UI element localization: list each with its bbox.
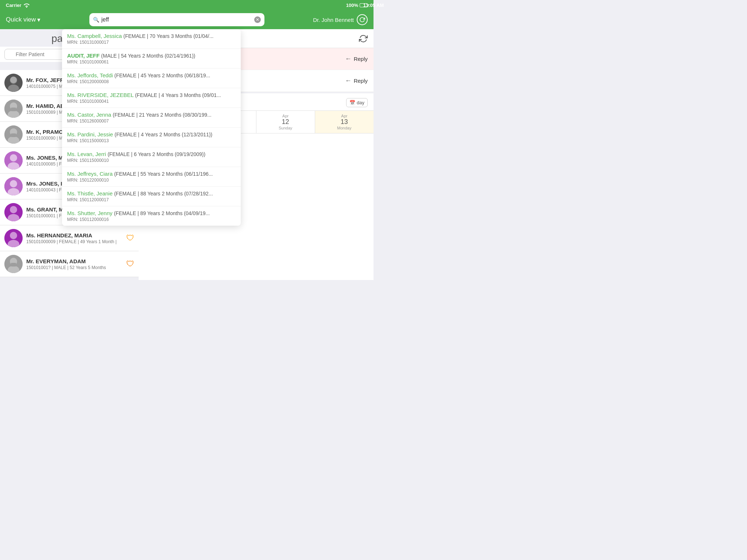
quick-view-label: Quick view: [6, 16, 36, 23]
nav-bar: Quick view ▾ 🔍 ✕ Dr. John Bennett: [0, 10, 374, 29]
day-month-3: Apr: [317, 114, 372, 118]
svg-rect-28: [11, 263, 16, 267]
day-btn-label: day: [357, 100, 364, 105]
dropdown-patient-name: Ms. Campbell, Jessica (FEMALE | 70 Years…: [67, 33, 236, 39]
carrier-label: Carrier: [6, 3, 22, 8]
dropdown-patient-name: Ms. Castor, Jenna (FEMALE | 21 Years 2 M…: [67, 112, 236, 118]
dropdown-mrn: MRN: 150101000061: [67, 59, 236, 65]
avatar: [4, 125, 23, 144]
dropdown-patient-name: AUDIT, JEFF (MALE | 54 Years 2 Months (0…: [67, 52, 236, 59]
avatar: [4, 74, 23, 92]
avatar: [4, 255, 23, 273]
quick-view-button[interactable]: Quick view ▾: [6, 16, 40, 24]
svg-point-17: [10, 180, 17, 187]
svg-rect-8: [11, 108, 16, 111]
patient-details: 150101000009 | FEMALE | 49 Years 1 Month…: [26, 239, 123, 244]
patient-name: Ms. HERNANDEZ, MARIA: [26, 232, 123, 238]
reply-button-2[interactable]: ← Reply: [345, 77, 368, 85]
dropdown-item[interactable]: Ms. Shutter, Jenny (FEMALE | 89 Years 2 …: [62, 206, 241, 226]
dropdown-mrn: MRN: 150120000008: [67, 79, 236, 84]
avatar: [4, 177, 23, 195]
day-view-button[interactable]: 📅 day: [346, 98, 368, 107]
svg-point-14: [10, 154, 17, 162]
search-container: 🔍 ✕: [89, 13, 264, 26]
reply-label-1: Reply: [354, 56, 368, 62]
list-item[interactable]: Ms. HERNANDEZ, MARIA 150101000009 | FEMA…: [0, 225, 139, 251]
status-bar: Carrier 11:05 AM 100%: [0, 0, 374, 10]
shield-icon: 🛡: [126, 259, 134, 269]
dropdown-mrn: MRN: 150122000010: [67, 178, 236, 183]
day-name-3: Monday: [317, 126, 372, 130]
search-input[interactable]: [101, 16, 252, 23]
dropdown-item[interactable]: Ms. Castor, Jenna (FEMALE | 21 Years 2 M…: [62, 108, 241, 128]
day-month-2: Apr: [258, 114, 313, 118]
dropdown-mrn: MRN: 150115000010: [67, 158, 236, 163]
status-bar-right: 100%: [346, 3, 368, 8]
svg-point-23: [10, 232, 17, 239]
dropdown-mrn: MRN: 150112000017: [67, 197, 236, 202]
svg-point-3: [10, 77, 17, 83]
day-num-3: 13: [317, 118, 372, 126]
svg-point-4: [8, 85, 19, 92]
dropdown-mrn: MRN: 150101000041: [67, 99, 236, 104]
reply-arrow-icon-2: ←: [345, 77, 352, 85]
dropdown-item[interactable]: Ms. Thistle, Jeanie (FEMALE | 88 Years 2…: [62, 187, 241, 206]
dropdown-patient-name: Ms. Pardini, Jessie (FEMALE | 4 Years 2 …: [67, 131, 236, 137]
dropdown-mrn: MRN: 150115000013: [67, 138, 236, 143]
dropdown-item[interactable]: Ms. Jeffords, Teddi (FEMALE | 45 Years 2…: [62, 69, 241, 88]
avatar: [4, 203, 23, 221]
messages-refresh-icon[interactable]: [359, 34, 368, 43]
clear-search-button[interactable]: ✕: [254, 16, 261, 23]
dropdown-patient-name: Ms. Jeffords, Teddi (FEMALE | 45 Years 2…: [67, 72, 236, 78]
reply-button-1[interactable]: ← Reply: [345, 55, 368, 63]
reply-arrow-icon: ←: [345, 55, 352, 63]
user-profile[interactable]: Dr. John Bennett: [313, 14, 368, 25]
battery-percent: 100%: [346, 3, 358, 8]
avatar: [4, 151, 23, 170]
list-item[interactable]: Mr. EVERYMAN, ADAM 150101001? | MALE | 5…: [0, 251, 139, 277]
svg-rect-12: [11, 133, 16, 137]
dropdown-item[interactable]: Ms. Jeffreys, Ciara (FEMALE | 55 Years 2…: [62, 167, 241, 187]
user-name-label: Dr. John Bennett: [313, 17, 354, 23]
battery-icon: [360, 3, 368, 7]
dropdown-patient-name: Ms. Shutter, Jenny (FEMALE | 89 Years 2 …: [67, 210, 236, 216]
dropdown-mrn: MRN: 150112000016: [67, 217, 236, 222]
dropdown-mrn: MRN: 150126000007: [67, 118, 236, 124]
avatar: [4, 229, 23, 247]
search-dropdown: Ms. Campbell, Jessica (FEMALE | 70 Years…: [62, 29, 241, 226]
wifi-icon: [24, 3, 30, 8]
dropdown-item[interactable]: Ms. Levan, Jerri (FEMALE | 6 Years 2 Mon…: [62, 147, 241, 167]
dropdown-patient-name: Ms. Thistle, Jeanie (FEMALE | 88 Years 2…: [67, 190, 236, 197]
patient-details: 150101001? | MALE | 52 Years 5 Months: [26, 265, 123, 270]
dropdown-patient-name: Ms. Levan, Jerri (FEMALE | 6 Years 2 Mon…: [67, 151, 236, 157]
patient-info: Ms. HERNANDEZ, MARIA 150101000009 | FEMA…: [26, 232, 123, 244]
chevron-down-icon: ▾: [37, 16, 40, 24]
dropdown-item[interactable]: AUDIT, JEFF (MALE | 54 Years 2 Months (0…: [62, 49, 241, 69]
day-col-3[interactable]: Apr 13 Monday: [315, 111, 374, 133]
day-num-2: 12: [258, 118, 313, 126]
patient-name: Mr. EVERYMAN, ADAM: [26, 258, 123, 264]
dropdown-item[interactable]: Ms. RIVERSIDE, JEZEBEL (FEMALE | 4 Years…: [62, 88, 241, 108]
reply-label-2: Reply: [354, 78, 368, 84]
search-icon: 🔍: [93, 17, 99, 23]
dropdown-item[interactable]: Ms. Pardini, Jessie (FEMALE | 4 Years 2 …: [62, 128, 241, 147]
main-content: patients 🔍 Pull down to refresh: [0, 29, 374, 280]
refresh-button[interactable]: [357, 14, 368, 25]
day-name-2: Sunday: [258, 126, 313, 130]
svg-point-20: [10, 206, 17, 213]
shield-icon: 🛡: [126, 233, 134, 243]
calendar-icon: 📅: [349, 100, 355, 105]
patient-info: Mr. EVERYMAN, ADAM 150101001? | MALE | 5…: [26, 258, 123, 270]
dropdown-patient-name: Ms. RIVERSIDE, JEZEBEL (FEMALE | 4 Years…: [67, 92, 236, 98]
dropdown-item[interactable]: Ms. Campbell, Jessica (FEMALE | 70 Years…: [62, 29, 241, 49]
avatar: [4, 100, 23, 118]
dropdown-mrn: MRN: 150131000017: [67, 40, 236, 45]
day-col-2[interactable]: Apr 12 Sunday: [256, 111, 315, 133]
dropdown-patient-name: Ms. Jeffreys, Ciara (FEMALE | 55 Years 2…: [67, 171, 236, 177]
status-bar-left: Carrier: [6, 3, 30, 8]
